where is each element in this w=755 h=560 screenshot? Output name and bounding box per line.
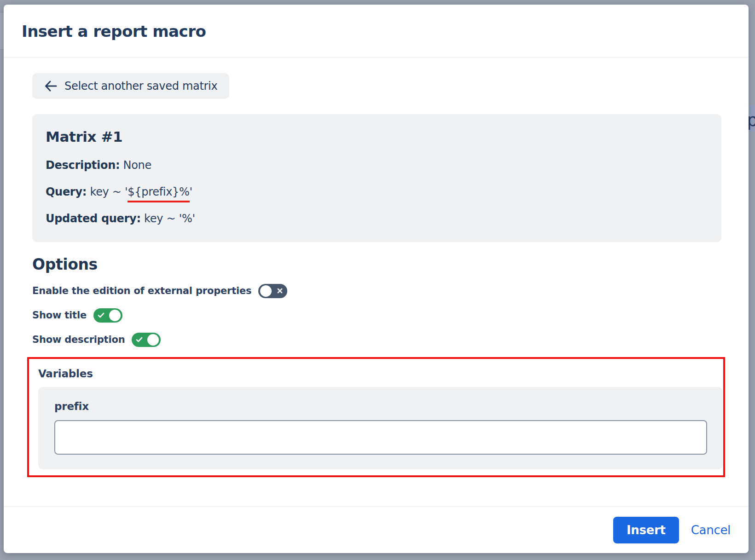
check-icon — [98, 308, 105, 323]
toggle-knob — [147, 334, 159, 346]
background-page-edge — [0, 12, 4, 50]
variables-heading: Variables — [38, 367, 720, 381]
arrow-left-icon — [44, 80, 57, 92]
show-title-toggle[interactable] — [93, 308, 122, 323]
updated-query-value: key ~ '%' — [144, 212, 195, 225]
back-button-label: Select another saved matrix — [64, 80, 217, 92]
matrix-query-line: Query: key ~ '${prefix}%' — [46, 185, 707, 199]
option-row-show-description: Show description — [32, 332, 725, 347]
options-heading: Options — [32, 255, 725, 274]
clipped-background-text: p — [749, 110, 755, 130]
dialog-title: Insert a report macro — [22, 21, 730, 41]
external-properties-toggle[interactable] — [258, 284, 287, 298]
matrix-description-line: Description: None — [46, 158, 707, 172]
description-value: None — [123, 159, 151, 172]
variables-panel: prefix — [38, 387, 723, 469]
show-description-toggle[interactable] — [132, 333, 161, 347]
toggle-knob — [260, 285, 272, 297]
background-page-edge: p — [749, 0, 755, 560]
check-icon — [136, 333, 143, 347]
insert-report-macro-dialog: Insert a report macro Select another sav… — [4, 5, 749, 553]
matrix-summary-panel: Matrix #1 Description: None Query: key ~… — [32, 114, 721, 242]
cancel-link[interactable]: Cancel — [691, 523, 731, 537]
query-value: key ~ '${prefix}%' — [90, 185, 192, 202]
description-label: Description: — [46, 159, 120, 172]
matrix-updated-query-line: Updated query: key ~ '%' — [46, 212, 707, 225]
prefix-field-label: prefix — [54, 399, 707, 413]
query-variable-highlight: ${prefix}% — [128, 185, 189, 202]
variables-highlight-box: Variables prefix — [27, 357, 725, 477]
updated-query-label: Updated query: — [46, 212, 141, 225]
query-label: Query: — [46, 185, 87, 198]
prefix-input[interactable] — [54, 420, 707, 455]
option-row-show-title: Show title — [32, 307, 725, 323]
dialog-header: Insert a report macro — [4, 5, 749, 41]
dialog-body: Select another saved matrix Matrix #1 De… — [4, 58, 749, 506]
toggle-knob — [109, 310, 121, 321]
cross-icon — [277, 284, 283, 298]
show-title-label: Show title — [32, 310, 87, 321]
select-another-saved-matrix-button[interactable]: Select another saved matrix — [32, 73, 229, 99]
external-properties-label: Enable the edition of external propertie… — [32, 285, 251, 296]
dialog-footer: Insert Cancel — [4, 506, 749, 553]
matrix-title: Matrix #1 — [46, 128, 707, 145]
option-row-external-properties: Enable the edition of external propertie… — [32, 283, 725, 299]
insert-button[interactable]: Insert — [613, 517, 679, 543]
show-description-label: Show description — [32, 334, 125, 345]
